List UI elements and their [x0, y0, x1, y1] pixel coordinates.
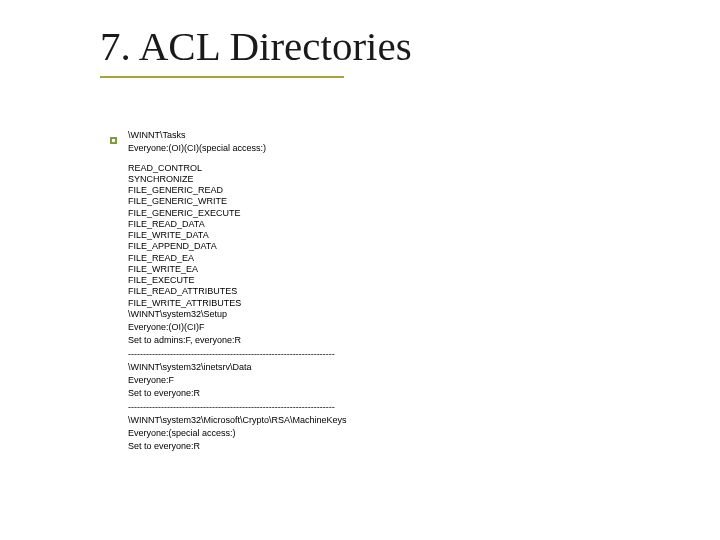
perm-item: FILE_GENERIC_EXECUTE	[128, 208, 660, 219]
action-2: Set to admins:F, everyone:R	[128, 335, 660, 346]
action-3: Set to everyone:R	[128, 388, 660, 399]
path-4: \WINNT\system32\Microsoft\Crypto\RSA\Mac…	[128, 415, 660, 426]
divider-line: ----------------------------------------…	[128, 349, 660, 360]
ace-4: Everyone:(special access:)	[128, 428, 660, 439]
perm-item: SYNCHRONIZE	[128, 174, 660, 185]
action-4: Set to everyone:R	[128, 441, 660, 452]
path-2: \WINNT\system32\Setup	[128, 309, 660, 320]
perm-item: FILE_WRITE_DATA	[128, 230, 660, 241]
perm-item: FILE_APPEND_DATA	[128, 241, 660, 252]
ace-1: Everyone:(OI)(CI)(special access:)	[128, 143, 660, 154]
perm-item: FILE_WRITE_EA	[128, 264, 660, 275]
bullet-square-icon	[110, 137, 117, 144]
perm-item: FILE_GENERIC_WRITE	[128, 196, 660, 207]
perm-item: FILE_EXECUTE	[128, 275, 660, 286]
perm-item: FILE_READ_DATA	[128, 219, 660, 230]
perm-item: FILE_GENERIC_READ	[128, 185, 660, 196]
divider-line: ----------------------------------------…	[128, 402, 660, 413]
slide-body: \WINNT\Tasks Everyone:(OI)(CI)(special a…	[128, 130, 660, 455]
perm-list: READ_CONTROL SYNCHRONIZE FILE_GENERIC_RE…	[128, 163, 660, 309]
perm-item: FILE_WRITE_ATTRIBUTES	[128, 298, 660, 309]
perm-item: FILE_READ_ATTRIBUTES	[128, 286, 660, 297]
perm-item: READ_CONTROL	[128, 163, 660, 174]
title-underline	[100, 76, 344, 78]
title-row: 7. ACL Directories	[100, 24, 680, 69]
ace-3: Everyone:F	[128, 375, 660, 386]
perm-item: FILE_READ_EA	[128, 253, 660, 264]
slide: 7. ACL Directories \WINNT\Tasks Everyone…	[0, 0, 720, 540]
path-3: \WINNT\system32\inetsrv\Data	[128, 362, 660, 373]
path-1: \WINNT\Tasks	[128, 130, 660, 141]
slide-title: 7. ACL Directories	[100, 24, 412, 69]
ace-2: Everyone:(OI)(CI)F	[128, 322, 660, 333]
